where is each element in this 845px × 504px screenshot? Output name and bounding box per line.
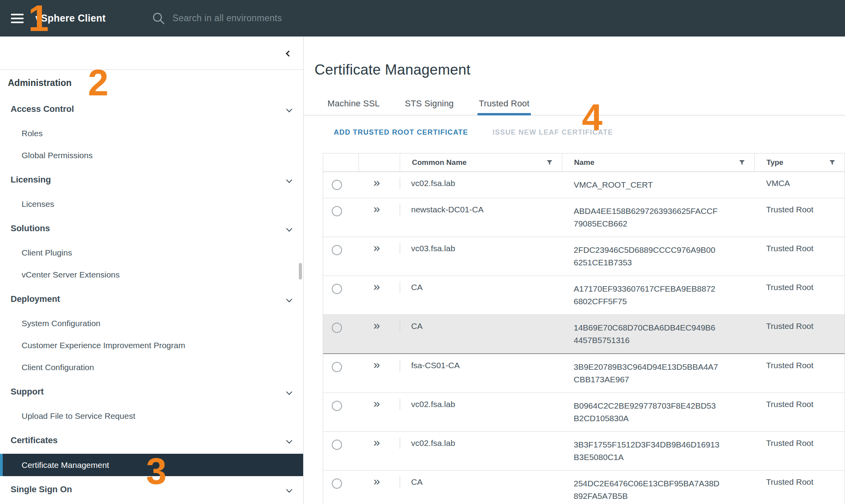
sidebar-item-roles[interactable]: Roles bbox=[0, 122, 303, 144]
cell-name: 3B3F1755F1512D3F34DB9B46D16913B3E5080C1A bbox=[562, 432, 754, 470]
sidebar-nav: Access Control RolesGlobal Permissions L… bbox=[0, 96, 303, 503]
row-expand-icon[interactable]: » bbox=[358, 471, 400, 492]
cell-common-name: newstack-DC01-CA bbox=[411, 205, 483, 215]
table-row: » vc02.fsa.lab 3B3F1755F1512D3F34DB9B46D… bbox=[323, 432, 845, 471]
sidebar-section-certificates[interactable]: Certificates bbox=[0, 427, 303, 454]
tab-sts-signing[interactable]: STS Signing bbox=[403, 99, 455, 115]
cell-common-name: fsa-CS01-CA bbox=[411, 361, 460, 371]
sidebar-section-solutions[interactable]: Solutions bbox=[0, 215, 303, 242]
sidebar-item-system-configuration[interactable]: System Configuration bbox=[0, 312, 303, 334]
chevron-down-icon bbox=[286, 486, 293, 493]
sidebar-section-licensing[interactable]: Licensing bbox=[0, 166, 303, 193]
chevron-down-icon bbox=[286, 106, 293, 112]
row-radio[interactable] bbox=[332, 323, 342, 333]
chevron-down-icon bbox=[286, 177, 293, 183]
cell-type: Trusted Root bbox=[754, 237, 845, 260]
cell-divider bbox=[400, 281, 400, 293]
table-header: Common Name Name Type bbox=[323, 153, 845, 172]
row-expand-icon[interactable]: » bbox=[358, 276, 400, 297]
row-expand-icon[interactable]: » bbox=[358, 432, 400, 453]
cell-common-name: vc02.fsa.lab bbox=[411, 179, 455, 189]
cell-type: Trusted Root bbox=[754, 393, 845, 416]
cell-name: VMCA_ROOT_CERT bbox=[562, 172, 754, 198]
cell-type: VMCA bbox=[754, 172, 845, 195]
sidebar-section-deployment[interactable]: Deployment bbox=[0, 286, 303, 312]
tab-machine-ssl[interactable]: Machine SSL bbox=[326, 99, 381, 115]
tab-trusted-root[interactable]: Trusted Root bbox=[477, 99, 531, 115]
cell-name: B0964C2C2BE929778703F8E42BD53B2CD105830A bbox=[562, 393, 754, 431]
cell-common-name: CA bbox=[411, 321, 422, 332]
sidebar-item-client-configuration[interactable]: Client Configuration bbox=[0, 356, 303, 378]
sidebar-section: Licensing Licenses bbox=[0, 166, 303, 215]
sidebar-section-access-control[interactable]: Access Control bbox=[0, 96, 303, 122]
row-radio[interactable] bbox=[332, 362, 342, 372]
filter-icon[interactable] bbox=[547, 160, 552, 166]
annotation-step-3: 3 bbox=[146, 455, 166, 488]
cell-name: 2FDC23946C5D6889CCCC976A9B006251CE1B7353 bbox=[562, 237, 754, 276]
header-type[interactable]: Type bbox=[754, 153, 845, 172]
cell-name: 3B9E20789B3C964D94E13D5BBA4A7CBB173AE967 bbox=[562, 354, 754, 393]
row-radio[interactable] bbox=[332, 401, 342, 411]
annotation-step-2: 2 bbox=[88, 66, 108, 100]
global-search[interactable]: Search in all environments bbox=[152, 12, 282, 25]
cell-divider bbox=[400, 437, 400, 449]
table-row: » vc02.fsa.lab B0964C2C2BE929778703F8E42… bbox=[323, 393, 845, 432]
hamburger-menu-icon[interactable] bbox=[11, 14, 24, 23]
table-row: » vc02.fsa.lab VMCA_ROOT_CERT VMCA bbox=[323, 172, 845, 198]
chevron-down-icon bbox=[286, 225, 293, 232]
main-panel: Certificate Management Machine SSLSTS Si… bbox=[304, 37, 845, 504]
row-expand-icon[interactable]: » bbox=[358, 393, 400, 414]
header-expand-column bbox=[358, 153, 400, 172]
header-common-name[interactable]: Common Name bbox=[400, 153, 562, 172]
cell-common-name: vc03.fsa.lab bbox=[411, 244, 455, 254]
sidebar-item-customer-experience-improvement-program[interactable]: Customer Experience Improvement Program bbox=[0, 334, 303, 356]
sidebar-item-upload-file-to-service-request[interactable]: Upload File to Service Request bbox=[0, 405, 303, 427]
sidebar-section-support[interactable]: Support bbox=[0, 378, 303, 405]
annotation-step-1: 1 bbox=[28, 2, 49, 35]
row-expand-icon[interactable]: » bbox=[358, 237, 400, 258]
sidebar-item-client-plugins[interactable]: Client Plugins bbox=[0, 242, 303, 264]
row-expand-icon[interactable]: » bbox=[358, 198, 400, 219]
sidebar-item-licenses[interactable]: Licenses bbox=[0, 193, 303, 215]
sidebar-item-global-permissions[interactable]: Global Permissions bbox=[0, 144, 303, 166]
action-add-trusted-root-certificate[interactable]: ADD TRUSTED ROOT CERTIFICATE bbox=[334, 128, 468, 137]
cell-name: 254DC2E6476C06E13CBF95BA7A38D892FA5A7B5B bbox=[562, 471, 754, 504]
sidebar-scrollbar[interactable] bbox=[299, 263, 302, 279]
row-expand-icon[interactable]: » bbox=[358, 172, 400, 193]
row-expand-icon[interactable]: » bbox=[358, 354, 400, 375]
row-radio[interactable] bbox=[332, 180, 342, 190]
header-name[interactable]: Name bbox=[562, 153, 754, 172]
row-radio[interactable] bbox=[332, 245, 342, 255]
sidebar: Administration Access Control RolesGloba… bbox=[0, 37, 304, 504]
sidebar-item-administration[interactable]: Administration bbox=[0, 70, 303, 96]
collapse-sidebar-icon[interactable] bbox=[283, 48, 294, 58]
cell-common-name: vc02.fsa.lab bbox=[411, 400, 455, 410]
sidebar-section: Access Control RolesGlobal Permissions bbox=[0, 96, 303, 166]
table-row: » newstack-DC01-CA ABDA4EE158B6297263936… bbox=[323, 198, 845, 237]
sidebar-item-vcenter-server-extensions[interactable]: vCenter Server Extensions bbox=[0, 264, 303, 286]
row-radio[interactable] bbox=[332, 478, 342, 489]
sidebar-section: Support Upload File to Service Request bbox=[0, 378, 303, 427]
row-radio[interactable] bbox=[332, 440, 342, 450]
cell-divider bbox=[400, 320, 400, 332]
cell-divider bbox=[400, 177, 400, 189]
table-row: » CA 14B69E70C68D70CBA6DB4EC949B64457B57… bbox=[323, 315, 845, 354]
sidebar-section: Solutions Client PluginsvCenter Server E… bbox=[0, 215, 303, 286]
tabs: Machine SSLSTS SigningTrusted Root bbox=[304, 99, 845, 115]
cell-divider bbox=[400, 398, 400, 410]
row-radio[interactable] bbox=[332, 206, 342, 216]
cell-type: Trusted Root bbox=[754, 198, 845, 221]
cell-common-name: CA bbox=[411, 477, 422, 488]
cell-name: ABDA4EE158B6297263936625FACCF79085ECB662 bbox=[562, 198, 754, 237]
row-expand-icon[interactable]: » bbox=[358, 315, 400, 336]
cell-name: 14B69E70C68D70CBA6DB4EC949B64457B5751316 bbox=[562, 315, 754, 353]
cell-type: Trusted Root bbox=[754, 276, 845, 299]
topbar: vSphere Client Search in all environment… bbox=[0, 0, 845, 37]
row-radio[interactable] bbox=[332, 284, 342, 294]
filter-icon[interactable] bbox=[739, 160, 745, 166]
annotation-step-4: 4 bbox=[582, 100, 602, 134]
filter-icon[interactable] bbox=[829, 160, 835, 166]
cell-divider bbox=[400, 243, 400, 254]
cell-name: A17170EF933607617CFEBA9EB88726802CFF5F75 bbox=[562, 276, 754, 314]
cell-divider bbox=[400, 476, 400, 488]
